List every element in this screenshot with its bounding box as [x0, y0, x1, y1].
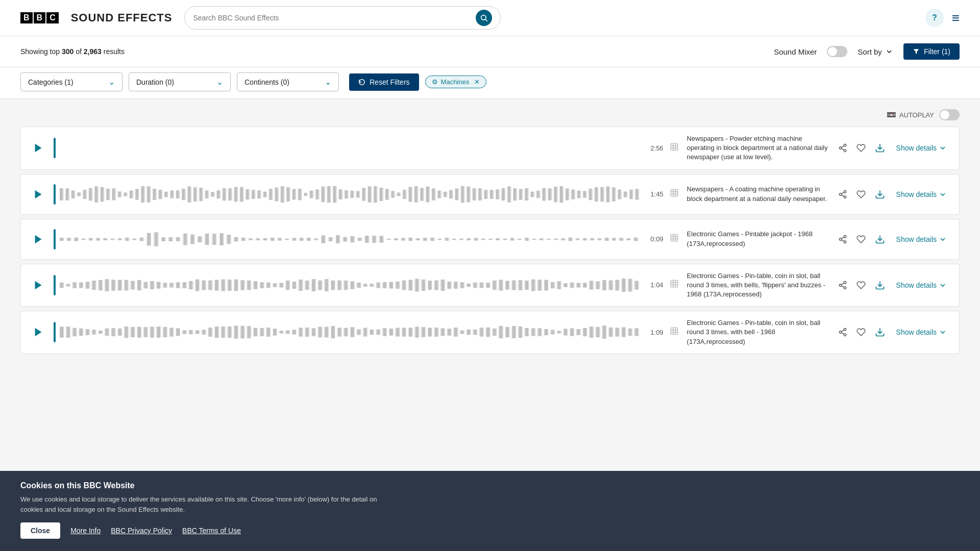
show-details-label-4: Show details	[896, 281, 937, 289]
site-title: SOUND EFFECTS	[71, 11, 173, 24]
svg-marker-50	[35, 328, 42, 337]
waveform-1: // Generate dense waveform bars (functio…	[60, 135, 641, 161]
download-button-1[interactable]	[873, 141, 887, 155]
download-button-4[interactable]	[873, 278, 887, 292]
share-button-3[interactable]	[836, 233, 849, 246]
show-details-button-5[interactable]: Show details	[892, 325, 951, 339]
bbc-logo: B B C	[20, 12, 59, 23]
share-button-4[interactable]	[836, 279, 849, 292]
play-button-2[interactable]	[29, 185, 47, 204]
share-button-1[interactable]	[836, 141, 849, 155]
active-filter-machines[interactable]: ⚙ Machines ✕	[425, 76, 487, 88]
svg-point-58	[844, 334, 846, 336]
waveform-bar-indicator	[54, 229, 56, 249]
filter-label: Filter (1)	[924, 47, 950, 56]
description-2: Newspapers - A coating machine operating…	[687, 185, 830, 203]
show-details-button-2[interactable]: Show details	[892, 187, 951, 202]
play-button-1[interactable]	[29, 139, 47, 157]
favourite-button-3[interactable]	[854, 233, 868, 246]
show-details-button-4[interactable]: Show details	[892, 278, 951, 292]
autoplay-toggle[interactable]	[939, 109, 960, 120]
bbc-b1: B	[20, 12, 33, 23]
autoplay-toggle-thumb	[940, 110, 949, 119]
sound-row: (function(){ var c=document.getElementBy…	[20, 264, 960, 307]
bbc-b2: B	[34, 12, 46, 23]
svg-rect-27	[671, 234, 678, 241]
svg-line-36	[841, 237, 844, 238]
add-to-mix-button-2[interactable]	[668, 186, 681, 202]
favourite-button-1[interactable]	[854, 141, 868, 155]
sound-row: // Generate dense waveform bars (functio…	[20, 127, 960, 170]
svg-point-9	[839, 147, 842, 149]
waveform-container-1: // Generate dense waveform bars (functio…	[54, 135, 681, 161]
add-to-mix-button-3[interactable]	[668, 231, 681, 247]
results-info: Showing top 300 of 2,963 results	[20, 47, 125, 56]
share-button-2[interactable]	[836, 188, 849, 201]
duration-3: 0:09	[645, 235, 664, 243]
waveform-container-4: (function(){ var c=document.getElementBy…	[54, 272, 681, 298]
favourite-button-5[interactable]	[854, 325, 868, 339]
svg-rect-39	[671, 281, 678, 288]
continents-dropdown[interactable]: Continents (0) ⌄	[237, 72, 339, 91]
add-to-mix-button-4[interactable]	[668, 277, 681, 293]
play-button-4[interactable]	[29, 276, 47, 294]
autoplay-bar: 📼 AUTOPLAY	[20, 109, 960, 120]
svg-line-59	[841, 333, 844, 335]
download-button-5[interactable]	[873, 325, 887, 339]
waveform-container-3: (function(){ var c=document.getElementBy…	[54, 227, 681, 252]
description-1: Newspapers - Powder etching machine oper…	[687, 134, 830, 162]
svg-point-46	[844, 287, 846, 289]
reset-filters-button[interactable]: Reset Filters	[349, 73, 419, 91]
filters-bar: Categories (1) ⌄ Duration (0) ⌄ Continen…	[0, 67, 980, 99]
duration-4: 1:04	[645, 281, 664, 289]
waveform-bar-indicator	[54, 184, 56, 205]
filter-button[interactable]: Filter (1)	[903, 43, 960, 60]
row-actions-4: Show details	[836, 278, 951, 292]
svg-point-21	[839, 193, 842, 195]
svg-marker-2	[35, 144, 42, 153]
play-button-3[interactable]	[29, 230, 47, 248]
search-bar	[184, 6, 501, 30]
favourite-button-2[interactable]	[854, 188, 868, 201]
download-button-2[interactable]	[873, 187, 887, 202]
description-4: Electronic Games - Pin-table, coin in sl…	[687, 271, 830, 299]
row-actions-1: Show details	[836, 141, 951, 155]
results-area: 📼 AUTOPLAY // Generate dense waveform ba…	[0, 99, 980, 368]
search-button[interactable]	[476, 10, 492, 26]
share-button-5[interactable]	[836, 325, 849, 339]
show-details-label-5: Show details	[896, 328, 937, 336]
sound-mixer-toggle[interactable]	[827, 46, 847, 57]
svg-point-56	[844, 329, 846, 331]
header: B B C SOUND EFFECTS ? ≡	[0, 0, 980, 36]
duration-dropdown[interactable]: Duration (0) ⌄	[129, 72, 231, 91]
categories-dropdown[interactable]: Categories (1) ⌄	[20, 72, 122, 91]
show-details-button-1[interactable]: Show details	[892, 141, 951, 155]
waveform-2: (function(){ var c=document.getElementBy…	[60, 182, 641, 207]
show-details-button-3[interactable]: Show details	[892, 232, 951, 246]
sound-mixer-label: Sound Mixer	[774, 47, 817, 56]
add-to-mix-button-5[interactable]	[668, 324, 681, 340]
categories-label: Categories (1)	[28, 78, 74, 86]
waveform-bar-indicator	[54, 275, 56, 295]
duration-chevron-icon: ⌄	[216, 77, 223, 87]
download-button-3[interactable]	[873, 232, 887, 246]
waveform-bar-indicator	[54, 138, 56, 158]
sound-row: (function(){ var c=document.getElementBy…	[20, 174, 960, 215]
svg-line-1	[485, 19, 487, 21]
favourite-button-4[interactable]	[854, 279, 868, 292]
svg-rect-3	[671, 143, 678, 151]
show-details-label-1: Show details	[896, 144, 937, 152]
svg-line-35	[841, 240, 844, 241]
svg-point-33	[839, 238, 842, 240]
svg-line-24	[841, 192, 844, 193]
tape-icon: 📼	[887, 110, 896, 119]
play-button-5[interactable]	[29, 323, 47, 341]
menu-button[interactable]: ≡	[952, 10, 960, 26]
add-to-mix-button-1[interactable]	[668, 140, 681, 156]
help-button[interactable]: ?	[925, 9, 944, 27]
remove-filter-icon[interactable]: ✕	[474, 78, 480, 86]
svg-line-48	[841, 283, 844, 285]
waveform-container-2: (function(){ var c=document.getElementBy…	[54, 182, 681, 207]
search-input[interactable]	[193, 14, 472, 22]
sort-by-button[interactable]: Sort by	[857, 47, 893, 56]
